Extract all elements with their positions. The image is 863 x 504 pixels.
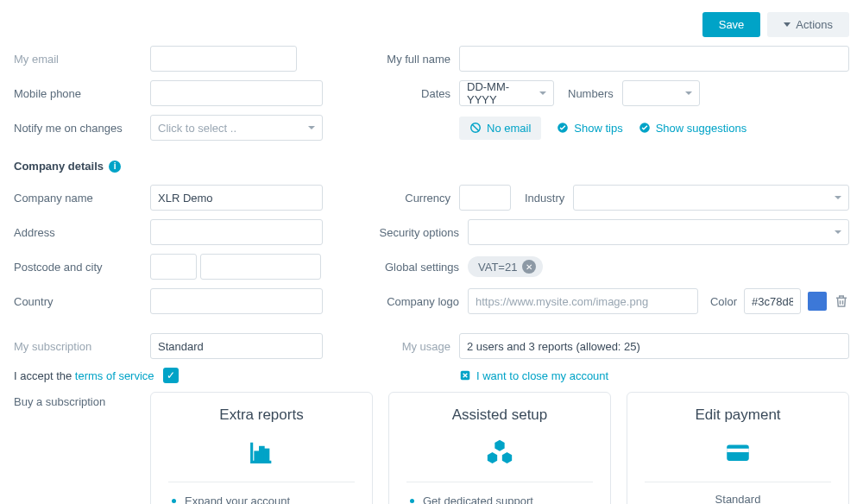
close-account-text: I want to close my account xyxy=(476,369,608,382)
company-section-title: Company details i xyxy=(14,160,849,173)
tos-prefix: I accept the xyxy=(14,369,75,382)
chevron-down-icon xyxy=(308,126,315,129)
industry-label: Industry xyxy=(525,192,564,205)
subscription-section: My subscription My usage I accept the te… xyxy=(14,333,849,504)
tos-checkbox[interactable]: ✓ xyxy=(163,368,179,383)
color-field[interactable] xyxy=(744,288,801,314)
logo-label: Company logo xyxy=(373,295,468,308)
dates-value: DD-MM-YYYY xyxy=(467,80,534,106)
boxes-icon xyxy=(485,438,514,467)
my-sub-field xyxy=(150,333,323,359)
no-email-label: No email xyxy=(487,122,531,135)
postcode-label: Postcode and city xyxy=(14,261,150,274)
show-suggestions-label: Show suggestions xyxy=(656,122,747,135)
info-icon[interactable]: i xyxy=(109,161,121,173)
color-swatch[interactable] xyxy=(808,292,827,311)
industry-select[interactable] xyxy=(573,185,849,211)
notify-placeholder: Click to select .. xyxy=(158,122,236,135)
fullname-field[interactable] xyxy=(459,46,849,72)
notify-label: Notify me on changes xyxy=(14,122,150,135)
card-extra-reports[interactable]: Extra reports Expand your account 10 ext… xyxy=(150,392,373,504)
dates-label: Dates xyxy=(373,87,459,100)
company-title-text: Company details xyxy=(14,160,104,173)
card-assisted-setup[interactable]: Assisted setup Get dedicated support 8 h… xyxy=(388,392,611,504)
country-field[interactable] xyxy=(150,288,323,314)
svg-rect-5 xyxy=(255,452,259,460)
show-suggestions-toggle[interactable]: Show suggestions xyxy=(639,122,747,135)
global-tag: VAT=21 ✕ xyxy=(468,256,543,277)
topbar: Save Actions xyxy=(14,12,849,37)
no-email-toggle[interactable]: No email xyxy=(459,117,541,140)
close-account-link[interactable]: I want to close my account xyxy=(459,369,608,382)
subscription-cards: Extra reports Expand your account 10 ext… xyxy=(150,392,849,504)
ban-icon xyxy=(469,122,482,134)
check-circle-icon xyxy=(639,122,651,134)
postcode-field[interactable] xyxy=(150,254,197,280)
company-name-field[interactable] xyxy=(150,185,323,211)
remove-tag-icon[interactable]: ✕ xyxy=(522,260,536,274)
trash-icon[interactable] xyxy=(834,293,849,309)
country-label: Country xyxy=(14,295,150,308)
credit-card-icon xyxy=(723,438,753,467)
my-sub-label: My subscription xyxy=(14,340,150,353)
buy-label: Buy a subscription xyxy=(14,392,150,408)
list-item: Expand your account xyxy=(172,493,355,504)
numbers-select[interactable] xyxy=(622,80,700,106)
usage-field xyxy=(459,333,849,359)
address-field[interactable] xyxy=(150,219,323,245)
card-title: Edit payment xyxy=(645,406,831,424)
check-circle-icon xyxy=(557,122,569,134)
show-tips-label: Show tips xyxy=(574,122,622,135)
tos-link[interactable]: terms of service xyxy=(75,369,154,382)
email-field[interactable] xyxy=(150,46,297,72)
logo-field[interactable] xyxy=(468,288,698,314)
chevron-down-icon xyxy=(835,230,841,234)
fullname-label: My full name xyxy=(373,53,459,66)
chart-icon xyxy=(247,438,276,467)
address-label: Address xyxy=(14,226,150,239)
chevron-down-icon xyxy=(784,22,791,27)
color-label: Color xyxy=(710,295,737,308)
currency-label: Currency xyxy=(373,192,459,205)
card-subtitle: Standard xyxy=(645,493,831,504)
svg-rect-9 xyxy=(727,449,749,452)
chevron-down-icon xyxy=(835,196,841,199)
list-item: Get dedicated support xyxy=(410,493,593,504)
personal-section: My email My full name Mobile phone Dates… xyxy=(14,46,849,141)
card-title: Extra reports xyxy=(168,406,355,424)
city-field[interactable] xyxy=(200,254,321,280)
show-tips-toggle[interactable]: Show tips xyxy=(557,122,622,135)
actions-button[interactable]: Actions xyxy=(767,12,849,37)
currency-select[interactable] xyxy=(459,185,511,211)
chevron-down-icon xyxy=(685,91,692,95)
email-label: My email xyxy=(14,53,150,66)
save-button[interactable]: Save xyxy=(702,12,761,37)
mobile-label: Mobile phone xyxy=(14,87,150,100)
svg-rect-7 xyxy=(265,450,268,459)
security-select[interactable] xyxy=(468,219,849,245)
chevron-down-icon xyxy=(539,91,546,95)
mobile-field[interactable] xyxy=(150,80,323,106)
actions-label: Actions xyxy=(796,18,833,31)
numbers-label: Numbers xyxy=(568,87,614,100)
security-label: Security options xyxy=(373,226,468,239)
svg-rect-8 xyxy=(727,445,749,461)
card-edit-payment[interactable]: Edit payment Standard Renew subscription… xyxy=(627,392,849,504)
notify-select[interactable]: Click to select .. xyxy=(150,115,323,141)
svg-rect-6 xyxy=(261,447,264,459)
svg-line-1 xyxy=(472,124,479,131)
dates-select[interactable]: DD-MM-YYYY xyxy=(459,80,554,106)
company-section: Company details i Company name Currency … xyxy=(14,160,849,314)
card-title: Assisted setup xyxy=(406,406,593,424)
tos-text: I accept the terms of service xyxy=(14,369,154,382)
company-name-label: Company name xyxy=(14,192,150,205)
close-square-icon xyxy=(459,369,471,381)
global-label: Global settings xyxy=(373,261,468,274)
usage-label: My usage xyxy=(373,340,459,353)
global-tag-text: VAT=21 xyxy=(478,261,517,274)
